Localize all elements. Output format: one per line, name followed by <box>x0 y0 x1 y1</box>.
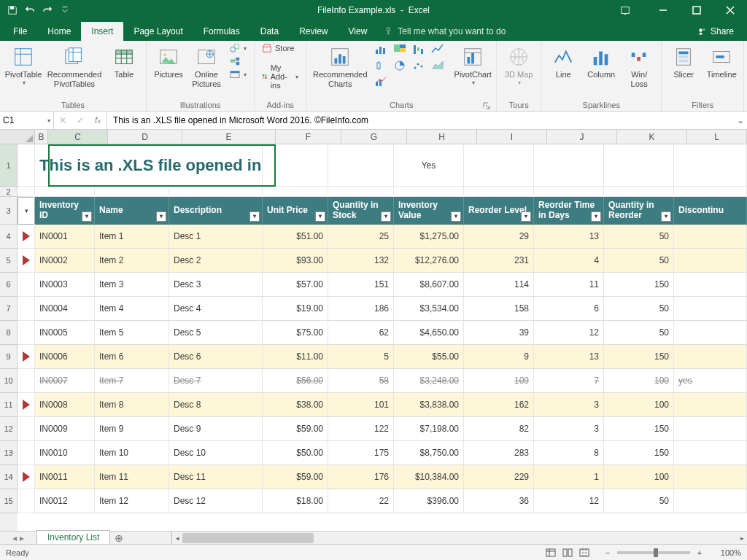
cell[interactable]: 4 <box>534 249 604 273</box>
cell[interactable]: 176 <box>328 465 394 489</box>
pictures-button[interactable]: Pictures <box>151 42 186 82</box>
tab-insert[interactable]: Insert <box>81 22 123 41</box>
col-F[interactable]: F <box>276 130 341 144</box>
row-13[interactable]: 13 <box>0 441 18 465</box>
filter-button[interactable]: ▾ <box>156 211 166 222</box>
cell[interactable]: Item 10 <box>95 441 169 465</box>
cell[interactable]: Desc 11 <box>169 465 263 489</box>
cell[interactable]: Item 12 <box>95 489 169 513</box>
cell[interactable] <box>674 225 747 249</box>
cell[interactable] <box>674 321 747 345</box>
tab-file[interactable]: File <box>3 22 37 41</box>
cell[interactable]: Item 9 <box>95 417 169 441</box>
cell[interactable] <box>263 187 328 197</box>
chart-scatter-button[interactable] <box>410 58 427 73</box>
chart-combo-button[interactable] <box>372 74 390 89</box>
cell[interactable] <box>604 144 674 187</box>
filter-button[interactable]: ▾ <box>591 211 601 222</box>
row-7[interactable]: 7 <box>0 297 18 321</box>
cell[interactable] <box>464 144 534 187</box>
cell[interactable]: 122 <box>328 417 394 441</box>
cell[interactable] <box>263 144 328 187</box>
add-sheet-button[interactable]: ⊕ <box>110 532 128 545</box>
cell[interactable]: $55.00 <box>394 345 464 369</box>
cell[interactable]: IN0007 <box>35 369 95 393</box>
cell[interactable]: IN0001 <box>35 225 95 249</box>
col-I[interactable]: I <box>477 130 547 144</box>
store-button[interactable]: Store <box>259 42 301 54</box>
row-12[interactable]: 12 <box>0 417 18 441</box>
row-8[interactable]: 8 <box>0 321 18 345</box>
cell[interactable]: Item 2 <box>95 249 169 273</box>
cell[interactable]: 11 <box>534 273 604 297</box>
cell[interactable]: 22 <box>328 489 394 513</box>
cell[interactable]: Inventory ID▾ <box>35 197 95 225</box>
cell[interactable]: 1 <box>534 465 604 489</box>
cell[interactable]: $56.00 <box>263 369 328 393</box>
title-cell[interactable]: This is an .XLS file opened in <box>35 144 263 187</box>
col-C[interactable]: C <box>48 130 108 144</box>
cell[interactable]: $8,607.00 <box>394 273 464 297</box>
sparkline-winloss-button[interactable]: Win/ Loss <box>622 42 657 92</box>
cell[interactable]: 100 <box>604 393 674 417</box>
cell[interactable] <box>674 345 747 369</box>
cell[interactable]: $51.00 <box>263 225 328 249</box>
filter-button[interactable]: ▾ <box>521 211 531 222</box>
scroll-right-icon[interactable]: ▸ <box>737 532 747 544</box>
share-button[interactable]: + Share <box>687 22 744 41</box>
cell[interactable] <box>169 187 263 197</box>
col-L[interactable]: L <box>687 130 747 144</box>
horizontal-scrollbar[interactable]: ◂ ▸ <box>171 532 747 544</box>
cell[interactable] <box>674 465 747 489</box>
cell[interactable]: $75.00 <box>263 321 328 345</box>
cell[interactable]: 58 <box>328 369 394 393</box>
row-1[interactable]: 1 <box>0 144 18 187</box>
expand-formula-bar-icon[interactable]: ⌄ <box>734 115 747 125</box>
close-button[interactable] <box>713 0 747 20</box>
cell[interactable]: 5 <box>328 345 394 369</box>
pivottable-button[interactable]: PivotTable▾ <box>4 42 42 90</box>
cell[interactable]: 231 <box>464 249 534 273</box>
cell[interactable]: 3 <box>534 393 604 417</box>
cell[interactable]: Desc 8 <box>169 393 263 417</box>
cell[interactable]: 39 <box>464 321 534 345</box>
cell[interactable]: 3 <box>534 417 604 441</box>
tab-home[interactable]: Home <box>37 22 81 41</box>
cell[interactable]: $38.00 <box>263 393 328 417</box>
cell[interactable]: Item 11 <box>95 465 169 489</box>
chart-statistic-button[interactable] <box>372 58 390 73</box>
row-11[interactable]: 11 <box>0 393 18 417</box>
cell[interactable]: 6 <box>534 297 604 321</box>
cell[interactable]: $10,384.00 <box>394 465 464 489</box>
sheet-tab-inventory[interactable]: Inventory List <box>36 530 110 544</box>
cell[interactable]: Desc 9 <box>169 417 263 441</box>
cell[interactable]: IN0009 <box>35 417 95 441</box>
cell[interactable]: IN0012 <box>35 489 95 513</box>
view-normal-icon[interactable] <box>543 547 559 559</box>
cell[interactable] <box>604 187 674 197</box>
cell[interactable]: 229 <box>464 465 534 489</box>
view-pagelayout-icon[interactable] <box>560 547 576 559</box>
cell[interactable]: 62 <box>328 321 394 345</box>
cell[interactable]: $19.00 <box>263 297 328 321</box>
cell[interactable]: 82 <box>464 417 534 441</box>
cell[interactable]: 158 <box>464 297 534 321</box>
cell[interactable]: 150 <box>604 345 674 369</box>
ribbon-display-options-icon[interactable] <box>613 0 638 20</box>
filter-button[interactable]: ▾ <box>381 211 391 222</box>
row-4[interactable]: 4 <box>0 225 18 249</box>
timeline-button[interactable]: Timeline <box>704 42 739 82</box>
cell[interactable]: IN0002 <box>35 249 95 273</box>
cell[interactable]: Reorder Time in Days▾ <box>534 197 604 225</box>
cell[interactable] <box>674 249 747 273</box>
cell[interactable]: Quantity in Reorder▾ <box>604 197 674 225</box>
scroll-thumb[interactable] <box>182 533 314 543</box>
filter-indicator-button[interactable]: ▾ <box>18 197 35 225</box>
cell[interactable]: $11.00 <box>263 345 328 369</box>
cell[interactable]: Desc 2 <box>169 249 263 273</box>
cell[interactable]: 13 <box>534 345 604 369</box>
cell[interactable]: 100 <box>604 369 674 393</box>
recommended-pivottables-button[interactable]: Recommended PivotTables <box>45 42 104 92</box>
col-G[interactable]: G <box>341 130 407 144</box>
chart-column-button[interactable] <box>372 42 390 57</box>
